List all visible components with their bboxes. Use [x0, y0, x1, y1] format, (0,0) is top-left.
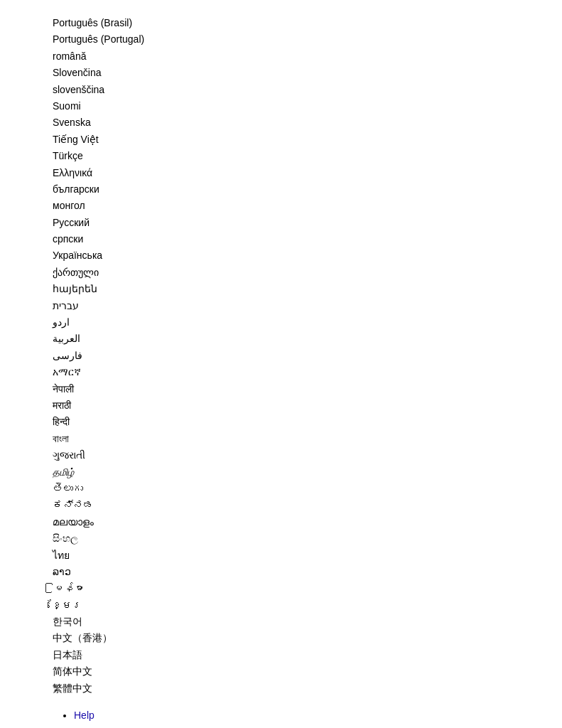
language-item-ar[interactable]: العربية: [53, 331, 509, 346]
language-link-pt-pt[interactable]: Português (Portugal): [53, 33, 144, 45]
language-item-hi[interactable]: हिन्दी: [53, 414, 509, 429]
language-link-sk[interactable]: Slovenčina: [53, 67, 102, 78]
language-link-hy[interactable]: հայերեն: [53, 283, 97, 294]
language-item-vi[interactable]: Tiếng Việt: [53, 132, 509, 147]
language-item-ne[interactable]: नेपाली: [53, 381, 509, 397]
language-link-sl[interactable]: slovenščina: [53, 84, 104, 95]
language-link-ka[interactable]: ქართული: [53, 267, 99, 278]
language-link-sv[interactable]: Svenska: [53, 117, 91, 128]
language-item-gu[interactable]: ગુજરાતી: [53, 447, 509, 463]
language-link-tr[interactable]: Türkçe: [53, 150, 83, 161]
language-item-ro[interactable]: română: [53, 48, 509, 64]
language-link-bg[interactable]: български: [53, 183, 99, 195]
language-item-mn[interactable]: монгол: [53, 198, 509, 213]
language-item-ja[interactable]: 日本語: [53, 647, 509, 663]
language-item-zh-cn[interactable]: 简体中文: [53, 663, 509, 679]
language-item-ml[interactable]: മലയാളം: [53, 514, 509, 530]
language-link-th[interactable]: ไทย: [53, 550, 70, 561]
language-link-my[interactable]: မြန်မာ: [53, 582, 83, 594]
language-link-am[interactable]: አማርኛ: [53, 366, 81, 378]
language-item-hy[interactable]: հայերեն: [53, 281, 509, 296]
language-link-ko[interactable]: 한국어: [53, 616, 82, 627]
language-link-zh-tw[interactable]: 繁體中文: [53, 682, 92, 694]
language-link-ta[interactable]: தமிழ்: [53, 466, 74, 478]
language-link-ro[interactable]: română: [53, 50, 86, 62]
language-link-bn[interactable]: বাংলা: [53, 433, 69, 444]
language-link-km[interactable]: ខ្មែរ: [53, 599, 82, 611]
language-link-zh-hk[interactable]: 中文（香港）: [53, 632, 112, 643]
language-item-km[interactable]: ខ្មែរ: [53, 597, 509, 613]
language-item-pt-br[interactable]: Português (Brasil): [53, 15, 509, 31]
language-item-bg[interactable]: български: [53, 181, 509, 197]
language-link-hi[interactable]: हिन्दी: [53, 416, 70, 427]
language-item-te[interactable]: తెలుగు: [53, 481, 509, 496]
language-list: Português (Brasil)Português (Portugal)ro…: [53, 15, 509, 696]
footer-links: HelpPrivacyTerms: [53, 707, 509, 728]
language-link-ml[interactable]: മലയാളം: [53, 516, 94, 528]
language-item-zh-hk[interactable]: 中文（香港）: [53, 630, 509, 646]
language-link-pt-br[interactable]: Português (Brasil): [53, 17, 132, 28]
language-item-tr[interactable]: Türkçe: [53, 148, 509, 164]
language-item-he[interactable]: עברית: [53, 298, 509, 314]
language-link-lo[interactable]: ລາວ: [53, 566, 71, 577]
language-item-bn[interactable]: বাংলা: [53, 431, 509, 446]
language-item-lo[interactable]: ລາວ: [53, 564, 509, 579]
language-item-kn[interactable]: ಕನ್ನಡ: [53, 497, 509, 513]
language-item-ta[interactable]: தமிழ்: [53, 464, 509, 480]
language-link-mn[interactable]: монгол: [53, 200, 85, 211]
language-link-kn[interactable]: ಕನ್ನಡ: [53, 499, 93, 510]
language-item-ru[interactable]: Русский: [53, 215, 509, 230]
language-link-ja[interactable]: 日本語: [53, 649, 82, 660]
language-item-sv[interactable]: Svenska: [53, 114, 509, 130]
language-item-si[interactable]: සිංහල: [53, 530, 509, 546]
language-link-mr[interactable]: मराठी: [53, 400, 71, 411]
language-link-ne[interactable]: नेपाली: [53, 383, 74, 395]
language-item-pt-pt[interactable]: Português (Portugal): [53, 31, 509, 47]
language-link-fi[interactable]: Suomi: [53, 100, 81, 112]
language-item-zh-tw[interactable]: 繁體中文: [53, 680, 509, 696]
language-link-gu[interactable]: ગુજરાતી: [53, 449, 85, 461]
language-link-ur[interactable]: اردو: [53, 316, 70, 328]
language-item-sl[interactable]: slovenščina: [53, 82, 509, 97]
language-link-el[interactable]: Ελληνικά: [53, 167, 92, 178]
language-link-uk[interactable]: Українська: [53, 250, 102, 261]
footer-item-privacy: Privacy: [74, 724, 509, 728]
language-item-am[interactable]: አማርኛ: [53, 364, 509, 380]
language-item-fi[interactable]: Suomi: [53, 98, 509, 114]
language-link-si[interactable]: සිංහල: [53, 532, 78, 544]
language-item-sr[interactable]: српски: [53, 231, 509, 247]
language-item-mr[interactable]: मराठी: [53, 397, 509, 413]
language-link-ru[interactable]: Русский: [53, 217, 90, 228]
language-link-ar[interactable]: العربية: [53, 333, 80, 344]
language-link-zh-cn[interactable]: 简体中文: [53, 665, 92, 677]
language-item-ur[interactable]: اردو: [53, 314, 509, 330]
language-link-he[interactable]: עברית: [53, 300, 79, 311]
language-link-sr[interactable]: српски: [53, 233, 83, 245]
language-item-el[interactable]: Ελληνικά: [53, 165, 509, 181]
language-item-sk[interactable]: Slovenčina: [53, 65, 509, 80]
language-link-te[interactable]: తెలుగు: [53, 483, 83, 494]
language-link-vi[interactable]: Tiếng Việt: [53, 134, 99, 145]
language-item-ko[interactable]: 한국어: [53, 614, 509, 629]
language-item-fa[interactable]: فارسی: [53, 348, 509, 363]
footer-link-help[interactable]: Help: [74, 710, 94, 721]
language-item-my[interactable]: မြန်မာ: [53, 580, 509, 596]
footer-item-help: Help: [74, 707, 509, 723]
language-item-ka[interactable]: ქართული: [53, 264, 509, 280]
language-item-uk[interactable]: Українська: [53, 247, 509, 263]
language-link-fa[interactable]: فارسی: [53, 350, 82, 361]
language-item-th[interactable]: ไทย: [53, 547, 509, 563]
